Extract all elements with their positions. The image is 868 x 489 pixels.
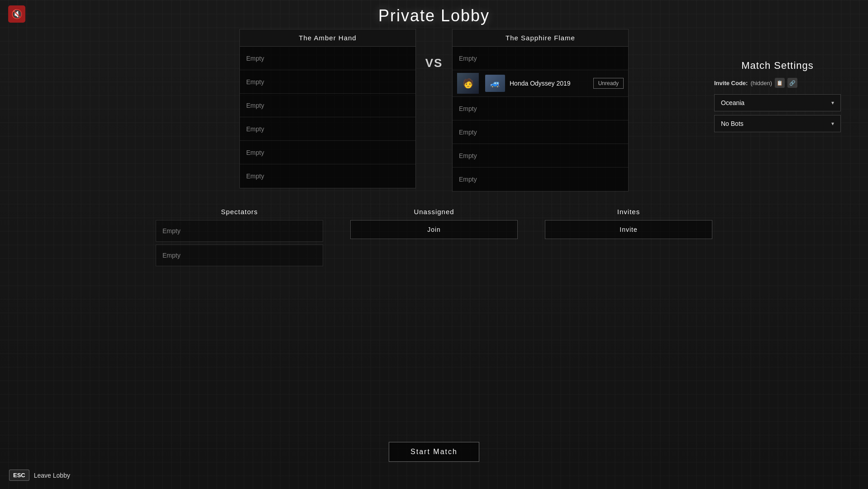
link-icon: 🔗 [789, 80, 796, 86]
vs-label: VS [416, 29, 452, 70]
spectators-list: Empty Empty [156, 220, 323, 269]
join-button[interactable]: Join [350, 220, 518, 239]
region-dropdown[interactable]: Oceania ▾ [714, 94, 841, 111]
unready-button[interactable]: Unready [593, 78, 624, 89]
region-label: Oceania [721, 99, 744, 106]
team-left-slot-4: Empty [240, 141, 415, 164]
esc-key: ESC [9, 470, 29, 481]
page-title: Private Lobby [0, 0, 868, 25]
invite-button[interactable]: Invite [545, 220, 712, 239]
mute-icon[interactable]: 🔇 [8, 5, 25, 23]
share-code-button[interactable]: 🔗 [787, 78, 797, 88]
player-portrait: 🧑 [457, 73, 479, 94]
invite-code-row: Invite Code: (hidden) 📋 🔗 [714, 78, 841, 88]
copy-code-button[interactable]: 📋 [775, 78, 785, 88]
team-left-slot-1: Empty [240, 70, 415, 94]
spectators-title: Spectators [221, 208, 258, 216]
spectator-slot-0: Empty [156, 220, 323, 242]
copy-icon: 📋 [777, 80, 783, 86]
region-chevron-icon: ▾ [831, 100, 834, 106]
spectators-panel: Spectators Empty Empty [156, 208, 323, 269]
team-left-slot-0: Empty [240, 47, 415, 70]
team-right-slot-5: Empty [453, 168, 628, 191]
unassigned-title: Unassigned [414, 208, 454, 216]
invites-panel: Invites Invite [545, 208, 712, 269]
player-name: Honda Odyssey 2019 [510, 80, 589, 87]
spectator-slot-1: Empty [156, 244, 323, 266]
start-match-wrap: Start Match [389, 442, 479, 462]
team-left-panel: The Amber Hand Empty Empty Empty Empty E… [239, 29, 416, 188]
team-right-header: The Sapphire Flame [453, 29, 628, 47]
team-left-slot-5: Empty [240, 164, 415, 188]
team-right-slot-4: Empty [453, 144, 628, 168]
leave-lobby-label: Leave Lobby [34, 472, 70, 479]
unassigned-panel: Unassigned Join [350, 208, 518, 269]
invite-code-value: (hidden) [750, 80, 772, 86]
team-right-slot-3: Empty [453, 120, 628, 144]
teams-area: The Amber Hand Empty Empty Empty Empty E… [0, 29, 868, 192]
esc-area: ESC Leave Lobby [9, 470, 70, 481]
bots-dropdown[interactable]: No Bots ▾ [714, 115, 841, 132]
team-right-slot-0: Empty [453, 47, 628, 70]
bottom-area: Spectators Empty Empty Unassigned Join I… [0, 208, 868, 269]
team-right-panel: The Sapphire Flame Empty 🧑 🚙 Honda Odyss… [452, 29, 629, 192]
team-left-slot-2: Empty [240, 94, 415, 117]
bots-label: No Bots [721, 120, 744, 127]
team-left-header: The Amber Hand [240, 29, 415, 47]
team-right-slot-2: Empty [453, 97, 628, 120]
team-right-slot-1: 🧑 🚙 Honda Odyssey 2019 Unready [453, 70, 628, 97]
bots-chevron-icon: ▾ [831, 120, 834, 127]
car-thumbnail: 🚙 [485, 75, 505, 92]
team-left-slot-3: Empty [240, 117, 415, 141]
mute-icon-wrap: 🔇 [8, 5, 26, 24]
invites-title: Invites [617, 208, 640, 216]
invite-code-label: Invite Code: [714, 80, 748, 86]
start-match-button[interactable]: Start Match [389, 442, 479, 462]
match-settings-panel: Match Settings Invite Code: (hidden) 📋 🔗… [714, 60, 841, 136]
match-settings-title: Match Settings [714, 60, 841, 72]
